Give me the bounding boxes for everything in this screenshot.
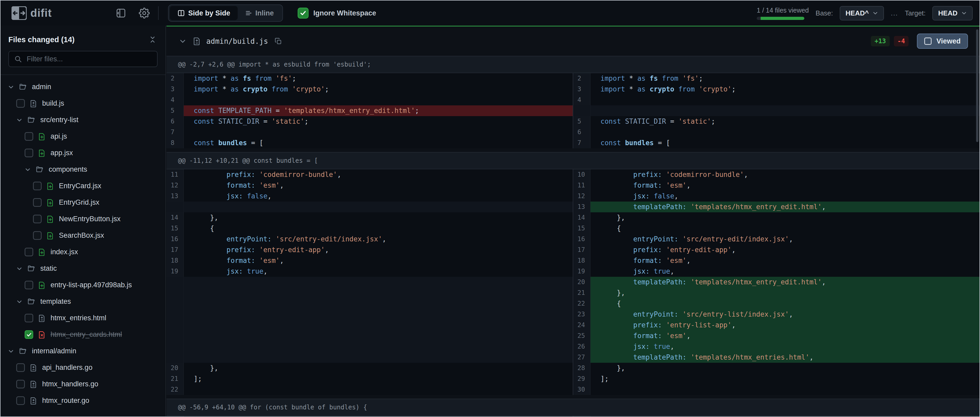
side-by-side-button[interactable]: Side by Side (170, 6, 238, 20)
code-text: }, (590, 363, 980, 374)
tree-file-htmx_entries.html[interactable]: htmx_entries.html (0, 310, 165, 326)
line-number: 26 (573, 341, 590, 352)
diff-line: 2import * as fs from 'fs'; (167, 73, 573, 84)
file-viewed-checkbox[interactable] (16, 363, 25, 372)
filter-files-input[interactable] (26, 55, 152, 64)
line-number (573, 105, 590, 116)
file-viewed-checkbox[interactable] (25, 314, 33, 323)
copy-path-button[interactable] (273, 36, 283, 46)
tree-file-entry-list-app.497d98ab.js[interactable]: entry-list-app.497d98ab.js (0, 277, 165, 293)
chevron-down-icon[interactable] (25, 166, 31, 173)
collapse-file-button[interactable] (178, 37, 188, 46)
tree-folder-components[interactable]: components (0, 161, 165, 178)
copy-icon (274, 37, 282, 45)
line-number: 7 (167, 127, 184, 137)
tree-folder-admin[interactable]: admin (0, 78, 165, 95)
scrollbar[interactable] (976, 29, 978, 142)
chevron-down-icon[interactable] (8, 84, 14, 90)
diff-line: 30 (573, 384, 980, 395)
ignore-whitespace-checkbox[interactable] (298, 8, 309, 19)
tree-file-NewEntryButton.jsx[interactable]: NewEntryButton.jsx (0, 211, 165, 227)
code-text: const TEMPLATE_PATH = 'templates/htmx_en… (184, 105, 573, 116)
tree-file-build.js[interactable]: build.js (0, 95, 165, 112)
tree-file-htmx_entry_cards.html[interactable]: htmx_entry_cards.html (0, 326, 165, 343)
diff-line: 7 (167, 127, 573, 137)
diff-line: 16 entryPoint: 'src/entry-edit/index.jsx… (573, 234, 980, 244)
file-viewed-checkbox[interactable] (33, 198, 41, 207)
inline-button[interactable]: Inline (238, 6, 282, 20)
tree-folder-static[interactable]: static (0, 260, 165, 277)
diff-spacer-row (573, 105, 980, 116)
code-text: prefix: 'entry-edit-app', (590, 244, 980, 255)
diff-line: 10 prefix: 'codemirror-bundle', (573, 169, 980, 180)
line-number (167, 352, 184, 363)
diff-line: 64 console.log(`Built: ${STATIC_DIR}/${b… (573, 416, 980, 417)
files-viewed-progress-bar (757, 17, 804, 20)
line-number (167, 341, 184, 352)
code-text: ]; (590, 374, 980, 384)
collapse-sidebar-button[interactable] (115, 7, 127, 19)
file-viewed-checkbox[interactable] (25, 248, 33, 256)
file-label: build.js (42, 99, 64, 107)
file-viewed-checkbox[interactable] (25, 132, 33, 141)
folder-label: src/entry-list (40, 116, 78, 124)
file-viewed-checkbox[interactable] (16, 396, 25, 405)
hunk-gap (167, 395, 980, 399)
tree-file-app.jsx[interactable]: app.jsx (0, 145, 165, 161)
inline-label: Inline (256, 9, 274, 17)
diff-line: 3import * as crypto from 'crypto'; (167, 84, 573, 94)
code-text (184, 298, 573, 309)
code-text (184, 288, 573, 298)
line-number: 64 (573, 416, 590, 417)
folder-open-icon (27, 116, 36, 124)
tree-file-index.jsx[interactable]: index.jsx (0, 244, 165, 260)
tree-file-EntryCard.jsx[interactable]: EntryCard.jsx (0, 178, 165, 194)
tree-folder-internal/admin[interactable]: internal/admin (0, 343, 165, 359)
line-number: 29 (573, 374, 590, 384)
chevron-down-icon[interactable] (16, 299, 22, 305)
tree-folder-templates[interactable]: templates (0, 293, 165, 310)
file-viewed-checkbox[interactable] (25, 149, 33, 157)
diff-spacer-row (167, 331, 573, 341)
file-viewed-checkbox[interactable] (33, 215, 41, 223)
file-label: NewEntryButton.jsx (59, 215, 121, 223)
file-viewed-checkbox[interactable] (25, 330, 33, 339)
file-added-icon (38, 149, 46, 157)
chevron-down-icon[interactable] (8, 348, 14, 355)
file-deleted-icon (38, 331, 46, 339)
base-select[interactable]: HEAD^ (840, 6, 884, 21)
file-label: htmx_entry_cards.html (51, 331, 122, 339)
chevron-down-icon[interactable] (16, 117, 22, 123)
diff-line: 17 prefix: 'entry-edit-app', (573, 244, 980, 255)
base-value: HEAD^ (845, 9, 869, 17)
file-viewed-checkbox[interactable] (33, 231, 41, 240)
code-text: console.log(`Built: ${STATIC_DIR}/${bund… (184, 416, 573, 417)
file-viewed-checkbox[interactable] (16, 99, 25, 108)
chevron-down-icon[interactable] (16, 265, 22, 272)
settings-button[interactable] (138, 6, 151, 20)
ignore-whitespace-toggle[interactable]: Ignore Whitespace (298, 8, 376, 19)
code-text: console.log(`Built: ${STATIC_DIR}/${bund… (590, 416, 980, 417)
tree-file-htmx_router.go[interactable]: htmx_router.go (0, 392, 165, 409)
file-label: EntryCard.jsx (59, 182, 101, 190)
tree-folder-src/entry-list[interactable]: src/entry-list (0, 112, 165, 128)
tree-file-api.js[interactable]: api.js (0, 128, 165, 145)
target-select[interactable]: HEAD (932, 6, 973, 21)
difit-window: { "topbar": { "logo_text": "difit", "sid… (0, 0, 980, 417)
tree-file-api_handlers.go[interactable]: api_handlers.go (0, 359, 165, 376)
file-viewed-checkbox[interactable] (33, 182, 41, 190)
file-modified-icon (30, 397, 37, 405)
line-number (167, 288, 184, 298)
file-viewed-checkbox[interactable] (25, 281, 33, 289)
viewed-button[interactable]: Viewed (917, 34, 968, 49)
tree-file-EntryGrid.jsx[interactable]: EntryGrid.jsx (0, 194, 165, 211)
code-text: format: 'esm', (184, 255, 573, 266)
file-label: htmx_handlers.go (42, 380, 99, 388)
line-number: 12 (167, 180, 184, 191)
tree-file-htmx_handlers.go[interactable]: htmx_handlers.go (0, 376, 165, 392)
file-viewed-checkbox[interactable] (16, 380, 25, 388)
tree-file-SearchBox.jsx[interactable]: SearchBox.jsx (0, 227, 165, 244)
diff-line: 4 (573, 94, 980, 105)
collapse-all-button[interactable] (148, 35, 158, 45)
diff-line: 25 format: 'esm', (573, 331, 980, 341)
